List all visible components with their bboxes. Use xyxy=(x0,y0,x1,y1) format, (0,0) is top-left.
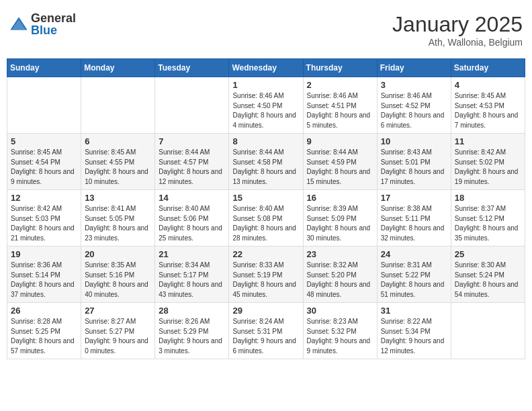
calendar-cell: 3Sunrise: 8:46 AMSunset: 4:52 PMDaylight… xyxy=(377,77,451,134)
day-number: 14 xyxy=(159,193,225,203)
day-info: Sunrise: 8:38 AMSunset: 5:11 PMDaylight:… xyxy=(381,204,447,243)
calendar-cell: 23Sunrise: 8:32 AMSunset: 5:20 PMDayligh… xyxy=(303,246,377,303)
calendar-cell: 27Sunrise: 8:27 AMSunset: 5:27 PMDayligh… xyxy=(81,303,155,359)
day-number: 25 xyxy=(455,249,521,259)
calendar-cell: 8Sunrise: 8:44 AMSunset: 4:58 PMDaylight… xyxy=(229,134,303,190)
header-wednesday: Wednesday xyxy=(229,59,303,77)
day-number: 17 xyxy=(381,193,447,203)
day-number: 6 xyxy=(85,136,151,146)
day-info: Sunrise: 8:42 AMSunset: 5:03 PMDaylight:… xyxy=(11,204,77,243)
day-info: Sunrise: 8:46 AMSunset: 4:50 PMDaylight:… xyxy=(232,91,299,130)
day-info: Sunrise: 8:30 AMSunset: 5:24 PMDaylight:… xyxy=(455,261,521,300)
header-row: SundayMondayTuesdayWednesdayThursdayFrid… xyxy=(7,59,525,77)
day-number: 26 xyxy=(11,306,77,316)
logo: General Blue xyxy=(9,12,76,36)
calendar-cell: 29Sunrise: 8:24 AMSunset: 5:31 PMDayligh… xyxy=(229,303,303,359)
day-info: Sunrise: 8:34 AMSunset: 5:17 PMDaylight:… xyxy=(159,261,225,300)
header-saturday: Saturday xyxy=(451,59,525,77)
day-info: Sunrise: 8:31 AMSunset: 5:22 PMDaylight:… xyxy=(381,261,447,300)
day-info: Sunrise: 8:44 AMSunset: 4:58 PMDaylight:… xyxy=(232,148,299,187)
calendar-week-1: 5Sunrise: 8:45 AMSunset: 4:54 PMDaylight… xyxy=(7,134,525,190)
day-info: Sunrise: 8:23 AMSunset: 5:32 PMDaylight:… xyxy=(307,317,373,356)
calendar-cell: 17Sunrise: 8:38 AMSunset: 5:11 PMDayligh… xyxy=(377,190,451,246)
day-info: Sunrise: 8:26 AMSunset: 5:29 PMDaylight:… xyxy=(159,317,225,356)
calendar-cell: 6Sunrise: 8:45 AMSunset: 4:55 PMDaylight… xyxy=(81,134,155,190)
day-number: 16 xyxy=(307,193,373,203)
calendar-cell: 26Sunrise: 8:28 AMSunset: 5:25 PMDayligh… xyxy=(7,303,81,359)
day-number: 22 xyxy=(232,249,299,259)
day-number: 19 xyxy=(11,249,77,259)
calendar-cell: 15Sunrise: 8:40 AMSunset: 5:08 PMDayligh… xyxy=(229,190,303,246)
day-number: 28 xyxy=(159,306,225,316)
header-monday: Monday xyxy=(81,59,155,77)
calendar-cell: 14Sunrise: 8:40 AMSunset: 5:06 PMDayligh… xyxy=(155,190,229,246)
day-number: 13 xyxy=(85,193,151,203)
logo-blue: Blue xyxy=(31,24,57,37)
day-info: Sunrise: 8:28 AMSunset: 5:25 PMDaylight:… xyxy=(11,317,77,356)
day-info: Sunrise: 8:35 AMSunset: 5:16 PMDaylight:… xyxy=(85,261,151,300)
calendar-cell: 30Sunrise: 8:23 AMSunset: 5:32 PMDayligh… xyxy=(303,303,377,359)
day-number: 27 xyxy=(85,306,151,316)
header-sunday: Sunday xyxy=(7,59,81,77)
calendar-cell xyxy=(451,303,525,359)
day-info: Sunrise: 8:44 AMSunset: 4:59 PMDaylight:… xyxy=(307,148,373,187)
calendar-cell: 19Sunrise: 8:36 AMSunset: 5:14 PMDayligh… xyxy=(7,246,81,303)
day-info: Sunrise: 8:24 AMSunset: 5:31 PMDaylight:… xyxy=(232,317,299,356)
page-header: General Blue January 2025 Ath, Wallonia,… xyxy=(7,7,525,53)
day-number: 7 xyxy=(159,136,225,146)
day-number: 12 xyxy=(11,193,77,203)
calendar-cell xyxy=(7,77,81,134)
calendar-cell: 20Sunrise: 8:35 AMSunset: 5:16 PMDayligh… xyxy=(81,246,155,303)
calendar-cell: 11Sunrise: 8:42 AMSunset: 5:02 PMDayligh… xyxy=(451,134,525,190)
calendar-cell: 24Sunrise: 8:31 AMSunset: 5:22 PMDayligh… xyxy=(377,246,451,303)
header-friday: Friday xyxy=(377,59,451,77)
calendar-cell: 2Sunrise: 8:46 AMSunset: 4:51 PMDaylight… xyxy=(303,77,377,134)
calendar-cell: 4Sunrise: 8:45 AMSunset: 4:53 PMDaylight… xyxy=(451,77,525,134)
day-number: 3 xyxy=(381,80,447,90)
title-section: January 2025 Ath, Wallonia, Belgium xyxy=(392,12,523,48)
day-number: 20 xyxy=(85,249,151,259)
calendar-cell: 31Sunrise: 8:22 AMSunset: 5:34 PMDayligh… xyxy=(377,303,451,359)
day-info: Sunrise: 8:42 AMSunset: 5:02 PMDaylight:… xyxy=(455,148,521,187)
calendar-cell xyxy=(155,77,229,134)
calendar-body: 1Sunrise: 8:46 AMSunset: 4:50 PMDaylight… xyxy=(7,77,525,359)
calendar-table: SundayMondayTuesdayWednesdayThursdayFrid… xyxy=(7,58,525,359)
logo-text: General Blue xyxy=(31,12,76,36)
calendar-cell: 22Sunrise: 8:33 AMSunset: 5:19 PMDayligh… xyxy=(229,246,303,303)
day-info: Sunrise: 8:45 AMSunset: 4:54 PMDaylight:… xyxy=(11,148,77,187)
calendar-cell: 1Sunrise: 8:46 AMSunset: 4:50 PMDaylight… xyxy=(229,77,303,134)
day-info: Sunrise: 8:45 AMSunset: 4:53 PMDaylight:… xyxy=(455,91,521,130)
calendar-cell xyxy=(81,77,155,134)
day-info: Sunrise: 8:41 AMSunset: 5:05 PMDaylight:… xyxy=(85,204,151,243)
calendar-cell: 13Sunrise: 8:41 AMSunset: 5:05 PMDayligh… xyxy=(81,190,155,246)
day-number: 21 xyxy=(159,249,225,259)
location-title: Ath, Wallonia, Belgium xyxy=(392,37,523,48)
calendar-cell: 21Sunrise: 8:34 AMSunset: 5:17 PMDayligh… xyxy=(155,246,229,303)
day-info: Sunrise: 8:45 AMSunset: 4:55 PMDaylight:… xyxy=(85,148,151,187)
day-info: Sunrise: 8:46 AMSunset: 4:51 PMDaylight:… xyxy=(307,91,373,130)
calendar-cell: 7Sunrise: 8:44 AMSunset: 4:57 PMDaylight… xyxy=(155,134,229,190)
day-number: 4 xyxy=(455,80,521,90)
day-number: 23 xyxy=(307,249,373,259)
day-number: 9 xyxy=(307,136,373,146)
calendar-cell: 18Sunrise: 8:37 AMSunset: 5:12 PMDayligh… xyxy=(451,190,525,246)
day-number: 29 xyxy=(232,306,299,316)
day-info: Sunrise: 8:40 AMSunset: 5:06 PMDaylight:… xyxy=(159,204,225,243)
day-info: Sunrise: 8:22 AMSunset: 5:34 PMDaylight:… xyxy=(381,317,447,356)
day-info: Sunrise: 8:39 AMSunset: 5:09 PMDaylight:… xyxy=(307,204,373,243)
calendar-cell: 10Sunrise: 8:43 AMSunset: 5:01 PMDayligh… xyxy=(377,134,451,190)
day-number: 1 xyxy=(232,80,299,90)
day-info: Sunrise: 8:27 AMSunset: 5:27 PMDaylight:… xyxy=(85,317,151,356)
header-tuesday: Tuesday xyxy=(155,59,229,77)
day-info: Sunrise: 8:32 AMSunset: 5:20 PMDaylight:… xyxy=(307,261,373,300)
day-number: 11 xyxy=(455,136,521,146)
day-info: Sunrise: 8:43 AMSunset: 5:01 PMDaylight:… xyxy=(381,148,447,187)
calendar-cell: 12Sunrise: 8:42 AMSunset: 5:03 PMDayligh… xyxy=(7,190,81,246)
day-number: 5 xyxy=(11,136,77,146)
logo-icon xyxy=(9,15,28,34)
calendar-header: SundayMondayTuesdayWednesdayThursdayFrid… xyxy=(7,59,525,77)
calendar-cell: 28Sunrise: 8:26 AMSunset: 5:29 PMDayligh… xyxy=(155,303,229,359)
day-info: Sunrise: 8:36 AMSunset: 5:14 PMDaylight:… xyxy=(11,261,77,300)
day-info: Sunrise: 8:33 AMSunset: 5:19 PMDaylight:… xyxy=(232,261,299,300)
day-number: 2 xyxy=(307,80,373,90)
